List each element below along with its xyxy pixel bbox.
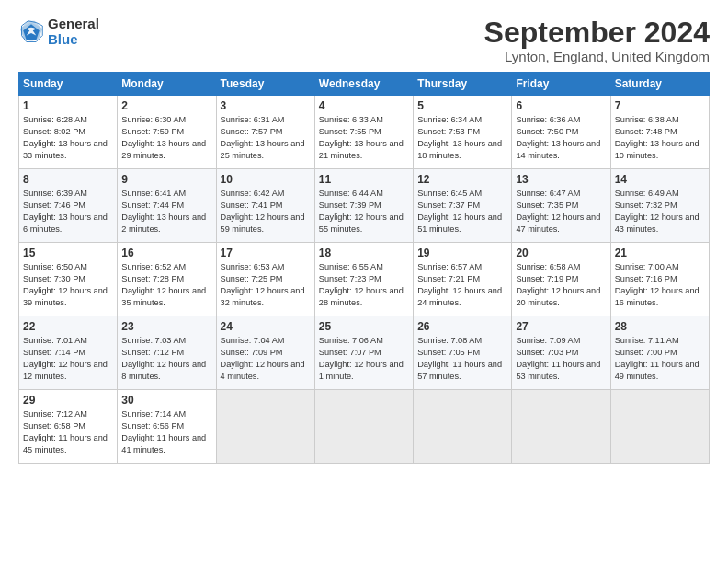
day-number: 3 [221,99,311,112]
th-monday: Monday [118,73,216,96]
calendar-table: Sunday Monday Tuesday Wednesday Thursday… [18,72,710,464]
day-cell-13: 13 Sunrise: 6:47 AMSunset: 7:35 PMDaylig… [512,169,610,243]
cell-info: Sunrise: 6:53 AMSunset: 7:25 PMDaylight:… [221,262,305,307]
cell-info: Sunrise: 7:00 AMSunset: 7:16 PMDaylight:… [615,262,700,307]
day-number: 7 [615,99,705,112]
cell-info: Sunrise: 7:11 AMSunset: 7:00 PMDaylight:… [615,336,700,381]
cell-info: Sunrise: 6:42 AMSunset: 7:41 PMDaylight:… [221,189,305,234]
cell-info: Sunrise: 6:52 AMSunset: 7:28 PMDaylight:… [121,262,206,307]
day-number: 28 [615,320,705,333]
day-cell-15: 15 Sunrise: 6:50 AMSunset: 7:30 PMDaylig… [19,243,118,316]
cell-info: Sunrise: 6:38 AMSunset: 7:48 PMDaylight:… [615,115,700,160]
day-cell-9: 9 Sunrise: 6:41 AMSunset: 7:44 PMDayligh… [118,169,216,243]
day-number: 29 [23,394,113,407]
cell-info: Sunrise: 7:14 AMSunset: 6:56 PMDaylight:… [121,409,206,454]
day-number: 11 [319,173,409,186]
calendar-row-3: 15 Sunrise: 6:50 AMSunset: 7:30 PMDaylig… [19,243,710,316]
day-number: 10 [221,173,311,186]
header-row: Sunday Monday Tuesday Wednesday Thursday… [19,73,710,96]
header: General Blue September 2024 Lynton, Engl… [18,17,710,64]
day-cell-22: 22 Sunrise: 7:01 AMSunset: 7:14 PMDaylig… [19,316,118,390]
day-cell-14: 14 Sunrise: 6:49 AMSunset: 7:32 PMDaylig… [610,169,709,243]
day-number: 30 [121,394,211,407]
cell-info: Sunrise: 6:34 AMSunset: 7:53 PMDaylight:… [417,115,502,160]
empty-cell [314,390,413,464]
day-number: 5 [417,99,507,112]
day-cell-24: 24 Sunrise: 7:04 AMSunset: 7:09 PMDaylig… [216,316,314,390]
day-number: 12 [417,173,507,186]
month-title: September 2024 [484,17,710,49]
cell-info: Sunrise: 6:30 AMSunset: 7:59 PMDaylight:… [121,115,206,160]
day-cell-11: 11 Sunrise: 6:44 AMSunset: 7:39 PMDaylig… [314,169,413,243]
day-number: 15 [23,247,113,259]
location: Lynton, England, United Kingdom [484,49,710,64]
day-number: 21 [615,247,705,259]
day-number: 26 [417,320,507,333]
day-number: 16 [121,247,211,259]
th-sunday: Sunday [19,73,118,96]
cell-info: Sunrise: 7:06 AMSunset: 7:07 PMDaylight:… [319,336,404,381]
cell-info: Sunrise: 6:31 AMSunset: 7:57 PMDaylight:… [221,115,305,160]
th-friday: Friday [512,73,610,96]
calendar-row-4: 22 Sunrise: 7:01 AMSunset: 7:14 PMDaylig… [19,316,710,390]
day-number: 14 [615,173,705,186]
day-number: 1 [23,99,113,112]
cell-info: Sunrise: 7:01 AMSunset: 7:14 PMDaylight:… [23,336,108,381]
cell-info: Sunrise: 6:45 AMSunset: 7:37 PMDaylight:… [417,189,502,234]
th-saturday: Saturday [610,73,709,96]
cell-info: Sunrise: 6:28 AMSunset: 8:02 PMDaylight:… [23,115,108,160]
day-cell-12: 12 Sunrise: 6:45 AMSunset: 7:37 PMDaylig… [414,169,512,243]
empty-cell [610,390,709,464]
empty-cell [216,390,314,464]
day-cell-10: 10 Sunrise: 6:42 AMSunset: 7:41 PMDaylig… [216,169,314,243]
day-cell-26: 26 Sunrise: 7:08 AMSunset: 7:05 PMDaylig… [414,316,512,390]
logo: General Blue [18,17,99,47]
th-thursday: Thursday [414,73,512,96]
day-number: 27 [516,320,606,333]
cell-info: Sunrise: 7:09 AMSunset: 7:03 PMDaylight:… [516,336,600,381]
empty-cell [512,390,610,464]
day-cell-29: 29 Sunrise: 7:12 AMSunset: 6:58 PMDaylig… [19,390,118,464]
day-number: 25 [319,320,409,333]
day-cell-28: 28 Sunrise: 7:11 AMSunset: 7:00 PMDaylig… [610,316,709,390]
day-number: 18 [319,247,409,259]
day-number: 8 [23,173,113,186]
day-cell-1: 1 Sunrise: 6:28 AMSunset: 8:02 PMDayligh… [19,96,118,169]
day-number: 22 [23,320,113,333]
cell-info: Sunrise: 6:33 AMSunset: 7:55 PMDaylight:… [319,115,404,160]
day-number: 23 [121,320,211,333]
day-cell-5: 5 Sunrise: 6:34 AMSunset: 7:53 PMDayligh… [414,96,512,169]
day-cell-4: 4 Sunrise: 6:33 AMSunset: 7:55 PMDayligh… [314,96,413,169]
cell-info: Sunrise: 6:57 AMSunset: 7:21 PMDaylight:… [417,262,502,307]
logo-general: General [48,17,99,32]
cell-info: Sunrise: 7:04 AMSunset: 7:09 PMDaylight:… [221,336,305,381]
day-cell-18: 18 Sunrise: 6:55 AMSunset: 7:23 PMDaylig… [314,243,413,316]
logo-icon [18,19,44,45]
day-cell-19: 19 Sunrise: 6:57 AMSunset: 7:21 PMDaylig… [414,243,512,316]
cell-info: Sunrise: 6:41 AMSunset: 7:44 PMDaylight:… [121,189,206,234]
cell-info: Sunrise: 7:08 AMSunset: 7:05 PMDaylight:… [417,336,502,381]
day-cell-7: 7 Sunrise: 6:38 AMSunset: 7:48 PMDayligh… [610,96,709,169]
day-number: 4 [319,99,409,112]
day-cell-3: 3 Sunrise: 6:31 AMSunset: 7:57 PMDayligh… [216,96,314,169]
logo-text: General Blue [48,17,99,47]
day-cell-25: 25 Sunrise: 7:06 AMSunset: 7:07 PMDaylig… [314,316,413,390]
cell-info: Sunrise: 6:58 AMSunset: 7:19 PMDaylight:… [516,262,600,307]
day-number: 17 [221,247,311,259]
day-cell-27: 27 Sunrise: 7:09 AMSunset: 7:03 PMDaylig… [512,316,610,390]
calendar-row-1: 1 Sunrise: 6:28 AMSunset: 8:02 PMDayligh… [19,96,710,169]
day-cell-23: 23 Sunrise: 7:03 AMSunset: 7:12 PMDaylig… [118,316,216,390]
day-number: 9 [121,173,211,186]
day-cell-8: 8 Sunrise: 6:39 AMSunset: 7:46 PMDayligh… [19,169,118,243]
page: General Blue September 2024 Lynton, Engl… [0,0,728,563]
cell-info: Sunrise: 6:55 AMSunset: 7:23 PMDaylight:… [319,262,404,307]
day-number: 24 [221,320,311,333]
title-area: September 2024 Lynton, England, United K… [484,17,710,64]
cell-info: Sunrise: 6:39 AMSunset: 7:46 PMDaylight:… [23,189,108,234]
cell-info: Sunrise: 6:36 AMSunset: 7:50 PMDaylight:… [516,115,600,160]
day-cell-20: 20 Sunrise: 6:58 AMSunset: 7:19 PMDaylig… [512,243,610,316]
day-cell-2: 2 Sunrise: 6:30 AMSunset: 7:59 PMDayligh… [118,96,216,169]
cell-info: Sunrise: 6:50 AMSunset: 7:30 PMDaylight:… [23,262,108,307]
day-cell-30: 30 Sunrise: 7:14 AMSunset: 6:56 PMDaylig… [118,390,216,464]
calendar-row-2: 8 Sunrise: 6:39 AMSunset: 7:46 PMDayligh… [19,169,710,243]
